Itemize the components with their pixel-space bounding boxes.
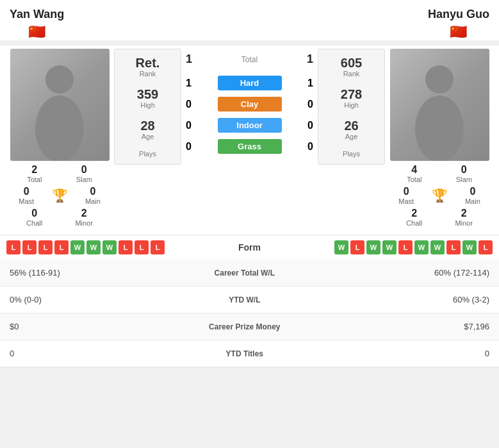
left-form-5: W bbox=[70, 240, 85, 254]
comparison-table: 56% (116-91) Career Total W/L 60% (172-1… bbox=[0, 260, 499, 367]
svg-point-2 bbox=[425, 65, 454, 94]
left-flag: 🇨🇳 bbox=[28, 24, 45, 40]
right-player-card: 4 Total 0 Slam 0 Mast 🏆 0 bbox=[385, 49, 494, 227]
form-section: L L L L W W W L L L Form W L W W L W W L… bbox=[0, 235, 499, 260]
right-total-stat: 4 Total bbox=[407, 164, 421, 183]
left-mast-stat: 0 Mast bbox=[19, 186, 34, 205]
left-chall-stat: 0 Chall bbox=[26, 208, 42, 227]
left-player-silhouette bbox=[21, 62, 98, 161]
ytd-wl-label: YTD W/L bbox=[148, 286, 341, 313]
left-hard: 1 bbox=[186, 78, 192, 89]
right-player-silhouette bbox=[401, 62, 478, 161]
right-form-9: W bbox=[462, 240, 477, 254]
left-form-9: L bbox=[135, 240, 149, 254]
left-rank: Ret. Rank bbox=[136, 56, 160, 78]
right-form-1: W bbox=[334, 240, 348, 254]
grass-surface: Grass bbox=[218, 139, 282, 154]
right-form-4: W bbox=[382, 240, 397, 254]
indoor-row: 0 Indoor 0 bbox=[184, 115, 315, 136]
right-total-score: 1 bbox=[307, 53, 313, 66]
svg-point-0 bbox=[45, 65, 74, 94]
surface-rows: 1 Hard 1 0 Clay 0 0 Indoor 0 bbox=[184, 72, 315, 157]
left-plays: Plays bbox=[139, 150, 156, 158]
right-grass: 0 bbox=[307, 141, 313, 153]
names-row: Yan Wang 🇨🇳 Hanyu Guo 🇨🇳 bbox=[0, 0, 499, 40]
right-form-5: L bbox=[398, 240, 413, 254]
scores-panel: 1 Total 1 1 Hard 1 0 Clay 0 bbox=[184, 49, 315, 165]
titles-label: YTD Titles bbox=[148, 340, 341, 367]
left-player-photo bbox=[10, 49, 110, 161]
left-ytd-wl: 0% (0-0) bbox=[0, 286, 148, 313]
career-wl-label: Career Total W/L bbox=[148, 260, 341, 286]
ytd-wl-row: 0% (0-0) YTD W/L 60% (3-2) bbox=[0, 286, 499, 313]
right-form-2: L bbox=[350, 240, 364, 254]
right-form-7: W bbox=[430, 240, 445, 254]
right-titles: 0 bbox=[341, 340, 499, 367]
right-rank: 605 Rank bbox=[341, 56, 362, 78]
right-player-photo bbox=[390, 49, 489, 161]
main-container: Yan Wang 🇨🇳 Hanyu Guo 🇨🇳 2 Tot bbox=[0, 0, 499, 367]
career-wl-row: 56% (116-91) Career Total W/L 60% (172-1… bbox=[0, 260, 499, 286]
left-form-8: L bbox=[119, 240, 133, 254]
hard-row: 1 Hard 1 bbox=[184, 72, 315, 94]
right-main-stat: 0 Main bbox=[465, 186, 480, 205]
ytd-titles-row: 0 YTD Titles 0 bbox=[0, 340, 499, 367]
svg-point-3 bbox=[415, 95, 464, 161]
svg-point-1 bbox=[35, 95, 84, 161]
left-total-stat: 2 Total bbox=[27, 164, 42, 183]
left-form-1: L bbox=[6, 240, 20, 254]
right-form-6: W bbox=[414, 240, 429, 254]
right-trophy: 🏆 bbox=[432, 188, 448, 203]
right-hard: 1 bbox=[307, 78, 313, 89]
left-indoor: 0 bbox=[186, 120, 192, 131]
right-minor-stat: 2 Minor bbox=[455, 208, 473, 227]
right-clay: 0 bbox=[307, 99, 313, 110]
left-form-10: L bbox=[151, 240, 165, 254]
right-player-name: Hanyu Guo bbox=[428, 8, 489, 21]
left-minor-stat: 2 Minor bbox=[75, 208, 93, 227]
right-player-header: Hanyu Guo 🇨🇳 bbox=[428, 8, 489, 40]
left-age: 28 Age bbox=[140, 119, 154, 140]
clay-row: 0 Clay 0 bbox=[184, 94, 315, 115]
left-form-2: L bbox=[22, 240, 37, 254]
left-total-score: 1 bbox=[186, 53, 192, 66]
right-ytd-wl: 60% (3-2) bbox=[341, 286, 499, 313]
right-plays: Plays bbox=[343, 150, 360, 158]
right-info-panel: 605 Rank 278 High 26 Age Plays bbox=[318, 49, 385, 165]
right-form-3: W bbox=[366, 240, 380, 254]
left-form-4: L bbox=[54, 240, 69, 254]
right-chall-stat: 2 Chall bbox=[406, 208, 422, 227]
left-slam-stat: 0 Slam bbox=[76, 164, 92, 183]
left-info-panel: Ret. Rank 359 High 28 Age Plays bbox=[114, 49, 181, 165]
left-career-wl: 56% (116-91) bbox=[0, 260, 148, 286]
left-high: 359 High bbox=[137, 87, 158, 109]
right-high: 278 High bbox=[341, 87, 362, 109]
left-form-6: W bbox=[86, 240, 101, 254]
grass-row: 0 Grass 0 bbox=[184, 136, 315, 157]
left-player-name: Yan Wang bbox=[10, 8, 64, 21]
left-form-3: L bbox=[38, 240, 53, 254]
center-area: Ret. Rank 359 High 28 Age Plays bbox=[114, 49, 385, 165]
left-player-header: Yan Wang 🇨🇳 bbox=[10, 8, 64, 40]
top-section: 2 Total 0 Slam 0 Mast 🏆 0 bbox=[0, 46, 499, 235]
prize-label: Career Prize Money bbox=[148, 313, 341, 340]
indoor-surface: Indoor bbox=[218, 118, 282, 133]
total-label: Total bbox=[241, 55, 258, 64]
total-score-row: 1 Total 1 bbox=[184, 50, 315, 69]
right-mast-stat: 0 Mast bbox=[398, 186, 414, 205]
left-player-stats: 2 Total 0 Slam 0 Mast 🏆 0 bbox=[10, 164, 110, 227]
prize-money-row: $0 Career Prize Money $7,196 bbox=[0, 313, 499, 340]
right-indoor: 0 bbox=[307, 120, 313, 131]
right-prize: $7,196 bbox=[341, 313, 499, 340]
left-clay: 0 bbox=[186, 99, 192, 110]
right-form-8: L bbox=[446, 240, 461, 254]
hard-surface: Hard bbox=[218, 76, 282, 90]
left-form-7: W bbox=[102, 240, 117, 254]
right-player-stats: 4 Total 0 Slam 0 Mast 🏆 0 bbox=[390, 164, 489, 227]
clay-surface: Clay bbox=[218, 97, 282, 112]
left-grass: 0 bbox=[186, 141, 192, 153]
right-form-badges: W L W W L W W L W L bbox=[334, 240, 493, 254]
left-trophy: 🏆 bbox=[52, 188, 68, 203]
left-player-card: 2 Total 0 Slam 0 Mast 🏆 0 bbox=[5, 49, 114, 227]
right-flag: 🇨🇳 bbox=[450, 24, 467, 40]
